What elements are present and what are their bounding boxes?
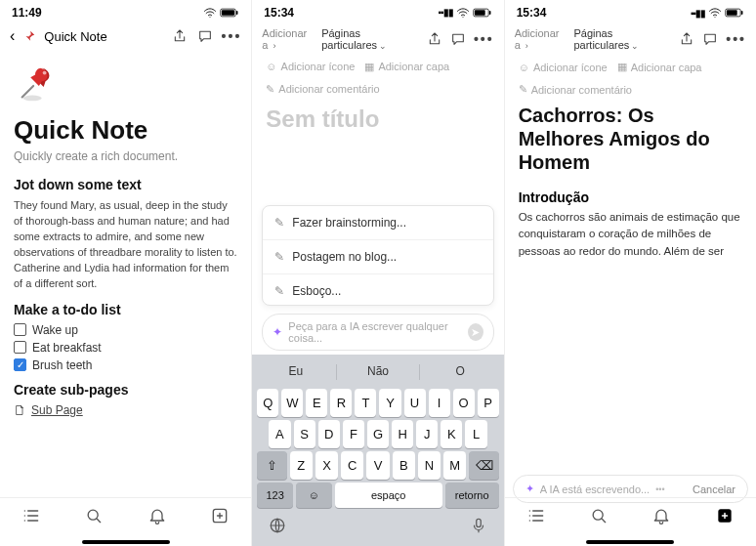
keyboard: Eu Não O QWERTYUIOP ASDFGHJKL ⇧ ZXCVBNM … xyxy=(252,355,503,546)
key[interactable]: K xyxy=(441,420,462,448)
keyboard-row: QWERTYUIOP xyxy=(257,389,498,417)
checkbox-icon[interactable] xyxy=(14,341,26,354)
submit-icon[interactable]: ➤ xyxy=(468,323,483,341)
key[interactable]: W xyxy=(281,389,303,417)
bell-icon[interactable] xyxy=(651,506,671,529)
key[interactable]: R xyxy=(330,389,352,417)
suggestion[interactable]: Eu xyxy=(255,364,336,380)
backspace-key[interactable]: ⌫ xyxy=(469,451,498,480)
breadcrumb-add[interactable]: Adicionar a › xyxy=(515,27,567,51)
breadcrumb-location[interactable]: Páginas particulares⌄ xyxy=(573,27,663,51)
numbers-key[interactable]: 123 xyxy=(257,483,293,508)
bell-icon[interactable] xyxy=(147,506,167,529)
key[interactable]: H xyxy=(392,420,413,448)
checkbox-icon[interactable] xyxy=(14,323,26,336)
ai-input[interactable]: ✦ Peça para a IA escrever qualquer coisa… xyxy=(262,314,493,351)
comment-icon[interactable] xyxy=(702,30,718,48)
loading-dots-icon: ••• xyxy=(655,484,664,494)
key[interactable]: A xyxy=(269,420,290,448)
mic-icon[interactable] xyxy=(470,517,487,538)
svg-rect-11 xyxy=(476,519,481,526)
key[interactable]: F xyxy=(343,420,364,448)
section-heading-text: Jot down some text xyxy=(14,177,237,192)
suggestion[interactable]: O xyxy=(420,364,501,380)
cancel-button[interactable]: Cancelar xyxy=(693,483,735,495)
signal-icon: ▪▪▮▮ xyxy=(691,8,705,19)
add-cover-button[interactable]: ▦ Adicionar capa xyxy=(617,61,702,73)
key[interactable]: Y xyxy=(379,389,400,417)
more-icon[interactable]: ••• xyxy=(474,31,494,47)
key[interactable]: M xyxy=(443,451,466,480)
key[interactable]: J xyxy=(416,420,438,448)
phone-ai-writing: 15:34 ▪▪▮▮ Adicionar a › Páginas particu… xyxy=(505,0,756,546)
page-title[interactable]: Cachorros: Os Melhores Amigos do Homem xyxy=(505,96,756,180)
ai-menu-item[interactable]: ✎Esboço... xyxy=(263,274,492,306)
key[interactable]: V xyxy=(366,451,389,480)
globe-icon[interactable] xyxy=(269,517,286,538)
key[interactable]: T xyxy=(355,389,376,417)
sparkle-icon: ✦ xyxy=(273,325,282,339)
new-page-icon[interactable] xyxy=(210,506,230,529)
title-placeholder[interactable]: Sem título xyxy=(252,96,503,137)
key[interactable]: D xyxy=(318,420,340,448)
add-comment-button[interactable]: ✎ Adicionar comentário xyxy=(519,83,742,96)
add-icon-button[interactable]: ☺ Adicionar ícone xyxy=(266,61,355,73)
breadcrumb-location[interactable]: Páginas particulares⌄ xyxy=(321,27,411,51)
more-icon[interactable]: ••• xyxy=(222,28,242,44)
body-paragraph[interactable]: They found Mary, as usual, deep in the s… xyxy=(14,198,237,292)
key[interactable]: O xyxy=(453,389,475,417)
space-key[interactable]: espaço xyxy=(335,483,442,508)
status-time: 11:49 xyxy=(12,6,42,20)
key[interactable]: C xyxy=(341,451,363,480)
breadcrumb-add[interactable]: Adicionar a › xyxy=(262,27,314,51)
key[interactable]: N xyxy=(418,451,441,480)
suggestion[interactable]: Não xyxy=(337,364,418,380)
more-icon[interactable]: ••• xyxy=(726,31,746,47)
new-page-icon[interactable] xyxy=(715,506,735,529)
key[interactable]: G xyxy=(367,420,389,448)
todo-item[interactable]: Wake up xyxy=(14,323,237,337)
svg-point-5 xyxy=(89,510,99,520)
subpage-link[interactable]: Sub Page xyxy=(14,403,237,417)
todo-item[interactable]: Eat breakfast xyxy=(14,341,237,355)
key[interactable]: X xyxy=(315,451,338,480)
key[interactable]: S xyxy=(294,420,315,448)
wifi-icon xyxy=(456,8,470,18)
return-key[interactable]: retorno xyxy=(445,483,499,508)
key[interactable]: U xyxy=(404,389,426,417)
add-icon-button[interactable]: ☺ Adicionar ícone xyxy=(519,61,608,73)
page-meta-actions: ☺ Adicionar ícone ▦ Adicionar capa ✎ Adi… xyxy=(505,61,756,96)
comment-icon[interactable] xyxy=(450,30,466,48)
key[interactable]: B xyxy=(393,451,415,480)
ai-menu-item[interactable]: ✎Fazer brainstorming... xyxy=(263,206,492,240)
share-icon[interactable] xyxy=(679,30,694,48)
add-comment-button[interactable]: ✎ Adicionar comentário xyxy=(266,83,489,96)
checkbox-checked-icon[interactable]: ✓ xyxy=(14,358,26,371)
svg-point-15 xyxy=(593,510,603,520)
status-indicators: ▪▪▮▮ xyxy=(691,8,744,19)
bottom-toolbar xyxy=(505,497,756,536)
key[interactable]: Q xyxy=(257,389,278,417)
ai-menu-item[interactable]: ✎Postagem no blog... xyxy=(263,240,492,274)
svg-rect-2 xyxy=(236,11,238,15)
search-icon[interactable] xyxy=(84,506,104,529)
shift-key[interactable]: ⇧ xyxy=(257,451,286,480)
list-icon[interactable] xyxy=(526,506,546,529)
comment-icon[interactable] xyxy=(196,27,214,45)
share-icon[interactable] xyxy=(427,30,442,48)
emoji-key[interactable]: ☺ xyxy=(296,483,332,508)
key[interactable]: L xyxy=(465,420,486,448)
key[interactable]: Z xyxy=(290,451,313,480)
key[interactable]: E xyxy=(306,389,327,417)
svg-rect-9 xyxy=(489,11,491,15)
ai-suggestions-menu: ✎Fazer brainstorming... ✎Postagem no blo… xyxy=(262,205,493,306)
key[interactable]: P xyxy=(478,389,499,417)
search-icon[interactable] xyxy=(589,506,609,529)
add-cover-button[interactable]: ▦ Adicionar capa xyxy=(364,61,449,73)
breadcrumb-title[interactable]: Quick Note xyxy=(44,29,106,44)
key[interactable]: I xyxy=(429,389,450,417)
back-button[interactable]: ‹ xyxy=(10,27,15,45)
list-icon[interactable] xyxy=(21,506,41,529)
share-icon[interactable] xyxy=(171,27,189,45)
todo-item[interactable]: ✓Brush teeth xyxy=(14,358,237,372)
